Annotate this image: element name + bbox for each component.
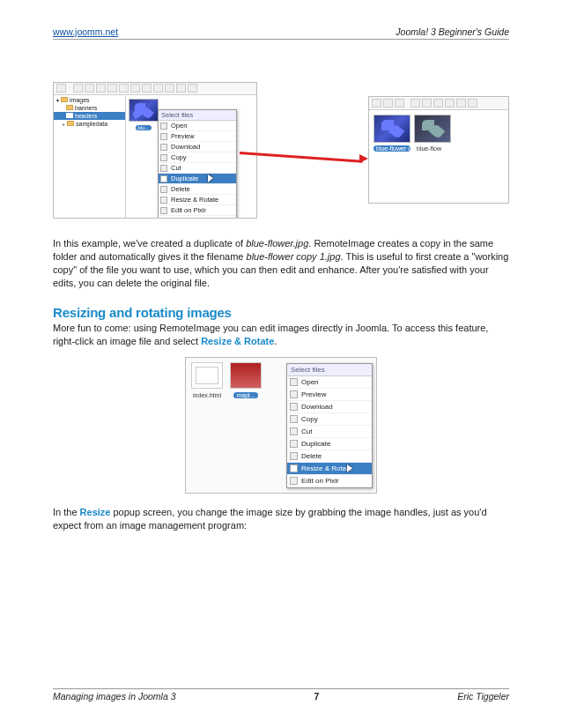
copy-icon	[160, 154, 167, 161]
toolbar	[369, 97, 508, 110]
menu-item-copy[interactable]: Copy	[287, 413, 372, 426]
thumb-caption: blu...	[136, 125, 151, 130]
tree-item-banners: banners	[75, 105, 97, 111]
menu-header: Select files	[159, 110, 236, 121]
menu-item-copy[interactable]: Copy	[159, 152, 236, 163]
arrowhead-icon	[359, 154, 368, 163]
delete-icon	[290, 452, 298, 460]
preview-icon	[290, 390, 298, 398]
file-index: index.html	[190, 362, 224, 399]
open-icon	[290, 378, 298, 386]
filename-label: index.html	[193, 392, 221, 398]
section-heading-resize: Resizing and rotating images	[53, 305, 509, 320]
folder-icon	[61, 97, 68, 102]
folder-tree: ▾images banners headers ▸sampledata	[54, 96, 126, 219]
menu-item-download[interactable]: Download	[159, 142, 236, 152]
cursor-icon	[347, 464, 354, 473]
menu-item-resize[interactable]: Resize & Rotate	[159, 195, 236, 205]
screenshot-resize-menu: index.html mapl... Select files Open Pre…	[185, 357, 377, 494]
arrow-annotation	[240, 152, 363, 163]
tree-root: images	[70, 97, 90, 103]
preview-icon	[160, 133, 167, 140]
menu-item-info[interactable]: Get info	[159, 216, 236, 219]
page-number: 7	[314, 691, 319, 702]
cut-icon	[160, 165, 167, 172]
footer-left: Managing images in Joomla 3	[53, 691, 176, 702]
cursor-icon	[208, 175, 215, 183]
menu-item-cut[interactable]: Cut	[159, 163, 236, 174]
page-header: www.joomm.net Joomla! 3 Beginner's Guide	[53, 26, 509, 40]
paragraph-duplicate-explain: In this example, we've created a duplica…	[53, 237, 509, 289]
menu-header: Select files	[287, 364, 372, 376]
thumbnail: blue-flower copy 1...	[373, 115, 410, 153]
menu-item-resize[interactable]: Resize & Rotate	[287, 463, 372, 475]
menu-item-preview[interactable]: Preview	[287, 389, 372, 401]
menu-item-delete[interactable]: Delete	[159, 184, 236, 195]
screenshot-duplicate-menu: ▾images banners headers ▸sampledata blu.…	[53, 82, 257, 219]
download-icon	[160, 144, 167, 151]
footer-author: Eric Tiggeler	[457, 691, 509, 702]
menu-item-pixlr[interactable]: Edit on Pixlr	[159, 205, 236, 216]
menu-item-duplicate[interactable]: Duplicate	[287, 438, 372, 450]
menu-item-delete[interactable]: Delete	[287, 450, 372, 463]
doc-title: Joomla! 3 Beginner's Guide	[396, 26, 509, 37]
paragraph-resize-intro: More fun to come: using RemoteImage you …	[53, 322, 509, 348]
duplicate-icon	[290, 440, 298, 448]
toolbar-button	[56, 84, 66, 93]
delete-icon	[160, 186, 167, 193]
menu-item-preview[interactable]: Preview	[159, 131, 236, 142]
copy-icon	[290, 415, 298, 423]
resize-icon	[290, 464, 298, 472]
download-icon	[290, 403, 298, 411]
tree-item-headers: headers	[75, 113, 97, 119]
figures-row-1: ▾images banners headers ▸sampledata blu.…	[53, 75, 509, 225]
figure-resize-menu-wrap: index.html mapl... Select files Open Pre…	[53, 357, 509, 494]
pixlr-icon	[290, 477, 298, 485]
thumbnail: blue-flow	[414, 115, 451, 153]
page-footer: Managing images in Joomla 3 7 Eric Tigge…	[53, 688, 509, 702]
menu-item-download[interactable]: Download	[287, 401, 372, 413]
tree-item-sampledata: sampledata	[76, 121, 107, 127]
menu-item-cut[interactable]: Cut	[287, 426, 372, 438]
site-link[interactable]: www.joomm.net	[53, 26, 118, 37]
filename-label: mapl...	[233, 392, 257, 398]
pixlr-icon	[160, 207, 167, 214]
context-menu: Select files Open Preview Download Copy …	[286, 363, 373, 488]
cut-icon	[290, 427, 298, 435]
duplicate-icon	[160, 175, 167, 182]
menu-item-duplicate[interactable]: Duplicate	[159, 174, 236, 184]
thumb-caption: blue-flower copy 1...	[373, 145, 410, 152]
info-icon	[160, 218, 167, 219]
paragraph-resize-popup: In the Resize popup screen, you change t…	[53, 506, 509, 532]
thumb-caption: blue-flow	[414, 145, 444, 152]
resize-icon	[160, 197, 167, 204]
menu-item-open[interactable]: Open	[287, 376, 372, 389]
thumbnail: blu...	[129, 99, 159, 132]
toolbar	[54, 83, 256, 95]
menu-item-pixlr[interactable]: Edit on Pixlr	[287, 475, 372, 487]
open-icon	[160, 123, 167, 130]
context-menu: Select files Open Preview Download Copy …	[158, 109, 237, 219]
menu-item-open[interactable]: Open	[159, 121, 236, 131]
screenshot-duplicated-result: blue-flower copy 1... blue-flow	[368, 96, 509, 204]
file-maple: mapl...	[229, 362, 263, 399]
